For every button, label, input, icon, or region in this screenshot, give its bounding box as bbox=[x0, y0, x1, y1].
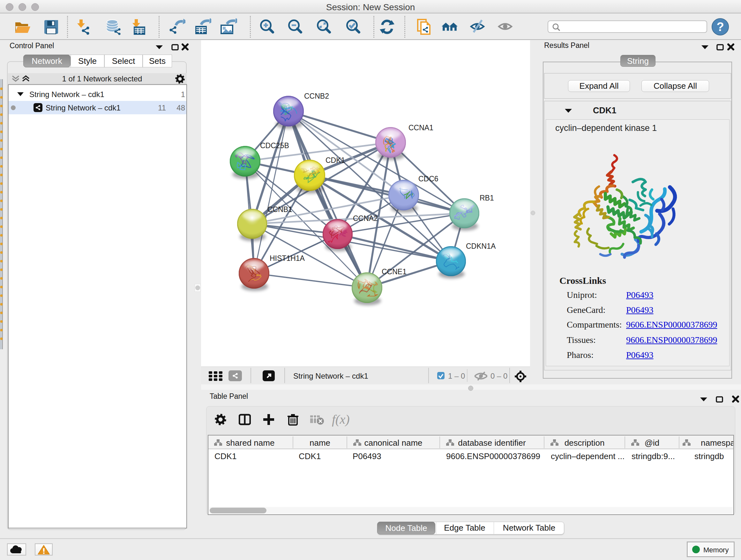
svg-text:CCNA1: CCNA1 bbox=[408, 124, 433, 132]
svg-text:CDK1: CDK1 bbox=[326, 156, 345, 165]
svg-text:CCNA2: CCNA2 bbox=[353, 214, 378, 223]
svg-text:CCNB1: CCNB1 bbox=[267, 205, 292, 213]
svg-text:CDKN1A: CDKN1A bbox=[466, 242, 496, 250]
svg-text:CCNB2: CCNB2 bbox=[304, 92, 329, 100]
svg-text:CDC25B: CDC25B bbox=[260, 141, 289, 150]
svg-text:CCNE1: CCNE1 bbox=[382, 267, 407, 276]
svg-text:RB1: RB1 bbox=[480, 194, 494, 202]
svg-text:HIST1H1A: HIST1H1A bbox=[270, 254, 305, 262]
svg-text:CDC6: CDC6 bbox=[418, 175, 439, 183]
